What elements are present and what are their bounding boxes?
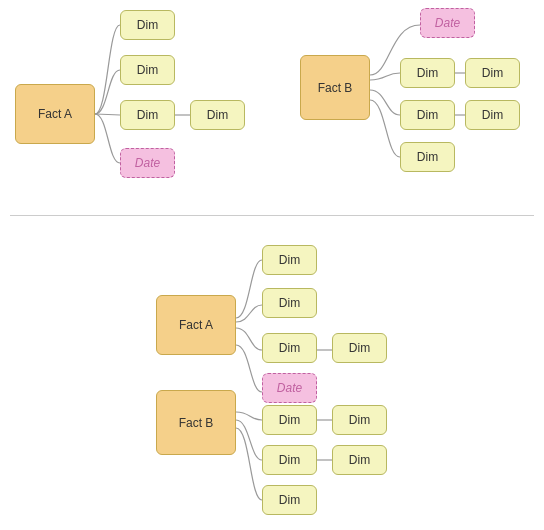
bottom-dim-a-3: Dim xyxy=(262,333,317,363)
bottom-dim-a-1: Dim xyxy=(262,245,317,275)
bottom-dim-a-2: Dim xyxy=(262,288,317,318)
top-left-dim-2: Dim xyxy=(120,55,175,85)
bottom-dim-b-1: Dim xyxy=(262,405,317,435)
bottom-date: Date xyxy=(262,373,317,403)
top-right-dim-3: Dim xyxy=(400,100,455,130)
top-left-fact-a: Fact A xyxy=(15,84,95,144)
top-left-date: Date xyxy=(120,148,175,178)
bottom-dim-a-4: Dim xyxy=(332,333,387,363)
top-right-fact-b: Fact B xyxy=(300,55,370,120)
top-right-dim-2: Dim xyxy=(465,58,520,88)
bottom-dim-b-5: Dim xyxy=(262,485,317,515)
bottom-fact-a: Fact A xyxy=(156,295,236,355)
top-left-dim-4: Dim xyxy=(190,100,245,130)
bottom-dim-b-4: Dim xyxy=(332,445,387,475)
top-right-dim-5: Dim xyxy=(400,142,455,172)
top-right-dim-1: Dim xyxy=(400,58,455,88)
bottom-fact-b: Fact B xyxy=(156,390,236,455)
bottom-dim-b-3: Dim xyxy=(262,445,317,475)
top-left-dim-1: Dim xyxy=(120,10,175,40)
bottom-dim-b-2: Dim xyxy=(332,405,387,435)
top-left-dim-3: Dim xyxy=(120,100,175,130)
top-right-date: Date xyxy=(420,8,475,38)
canvas: Fact A Dim Dim Dim Dim Date Fact B Date … xyxy=(0,0,544,530)
top-right-dim-4: Dim xyxy=(465,100,520,130)
divider xyxy=(10,215,534,216)
